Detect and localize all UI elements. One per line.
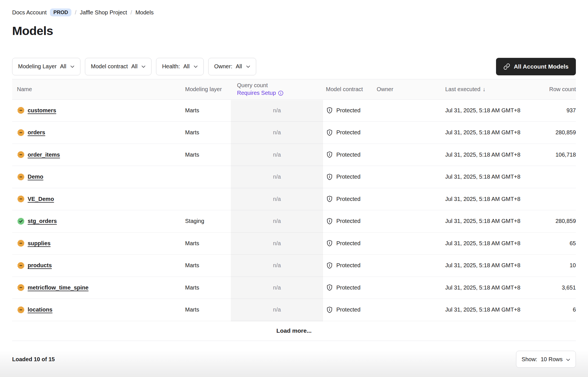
chain-link-icon bbox=[503, 63, 510, 70]
name-cell: orders bbox=[12, 129, 185, 137]
requires-setup-label: Requires Setup bbox=[237, 89, 276, 97]
model-name-link[interactable]: locations bbox=[28, 306, 52, 313]
breadcrumb: Docs Account PROD / Jaffle Shop Project … bbox=[12, 0, 576, 16]
model-name-link[interactable]: supplies bbox=[28, 240, 51, 247]
last-executed-cell: Jul 31, 2025, 5:18 AM GMT+8 bbox=[445, 262, 521, 269]
all-account-models-button[interactable]: All Account Models bbox=[496, 58, 576, 75]
filter-bar: Modeling Layer All Model contract All He… bbox=[12, 58, 256, 75]
table-row: metricflow_time_spine Marts n/a Protecte… bbox=[12, 277, 576, 299]
name-cell: products bbox=[12, 262, 185, 269]
shield-icon bbox=[326, 195, 333, 203]
header-row-count: Row count bbox=[521, 86, 576, 93]
modeling-layer-cell: Staging bbox=[185, 218, 231, 224]
query-count-cell: n/a bbox=[231, 107, 323, 114]
shield-icon bbox=[326, 262, 333, 269]
table-row: Demo n/a Protected Jul 31, 2025, 5:18 AM… bbox=[12, 166, 576, 188]
name-cell: stg_orders bbox=[12, 217, 185, 225]
model-name-link[interactable]: Demo bbox=[28, 174, 43, 180]
health-warning-icon bbox=[17, 284, 25, 291]
health-warning-icon bbox=[17, 195, 25, 203]
model-contract-label: Protected bbox=[336, 107, 361, 114]
row-count-cell: 6 bbox=[521, 306, 576, 313]
name-cell: order_items bbox=[12, 151, 185, 159]
table-row: products Marts n/a Protected Jul 31, 202… bbox=[12, 255, 576, 277]
models-table: Name Modeling layer Query count Requires… bbox=[12, 79, 576, 341]
model-contract-label: Protected bbox=[336, 284, 361, 291]
header-last-executed[interactable]: Last executed↓ bbox=[445, 86, 521, 93]
chevron-down-icon bbox=[246, 65, 250, 68]
query-count-cell: n/a bbox=[231, 306, 323, 313]
header-model-contract: Model contract bbox=[323, 86, 377, 93]
last-executed-cell: Jul 31, 2025, 5:18 AM GMT+8 bbox=[445, 196, 521, 202]
load-more-button[interactable]: Load more... bbox=[12, 321, 576, 341]
last-executed-cell: Jul 31, 2025, 5:18 AM GMT+8 bbox=[445, 306, 521, 313]
model-name-link[interactable]: customers bbox=[28, 107, 56, 114]
page-size-value: 10 Rows bbox=[541, 356, 563, 363]
model-health-icon bbox=[17, 106, 25, 114]
model-health-icon bbox=[17, 129, 25, 137]
header-modeling-layer: Modeling layer bbox=[185, 86, 231, 93]
modeling-layer-cell: Marts bbox=[185, 240, 231, 247]
breadcrumb-current: Models bbox=[135, 9, 153, 16]
page-size-label: Show: bbox=[522, 356, 537, 363]
filter-modeling-layer[interactable]: Modeling Layer All bbox=[12, 58, 80, 75]
model-name-link[interactable]: products bbox=[28, 262, 52, 269]
model-health-icon bbox=[17, 217, 25, 225]
header-query-count: Query count Requires Setup bbox=[231, 82, 323, 97]
model-contract-cell: Protected bbox=[323, 218, 377, 225]
chevron-down-icon bbox=[566, 356, 570, 363]
breadcrumb-separator: / bbox=[75, 9, 76, 16]
page-size-select[interactable]: Show: 10 Rows bbox=[516, 351, 576, 368]
model-name-link[interactable]: VE_Demo bbox=[28, 196, 54, 202]
loaded-status: Loaded 10 of 15 bbox=[12, 356, 55, 363]
model-contract-label: Protected bbox=[336, 218, 361, 224]
breadcrumb-account[interactable]: Docs Account bbox=[12, 9, 47, 16]
model-contract-label: Protected bbox=[336, 240, 361, 247]
query-count-cell: n/a bbox=[231, 174, 323, 180]
filter-label: Owner: bbox=[214, 63, 232, 70]
model-health-icon bbox=[17, 151, 25, 159]
header-last-executed-label: Last executed bbox=[445, 86, 481, 92]
model-contract-label: Protected bbox=[336, 262, 361, 269]
last-executed-cell: Jul 31, 2025, 5:18 AM GMT+8 bbox=[445, 152, 521, 158]
query-count-cell: n/a bbox=[231, 196, 323, 202]
footer: Loaded 10 of 15 Show: 10 Rows bbox=[12, 341, 576, 377]
last-executed-cell: Jul 31, 2025, 5:18 AM GMT+8 bbox=[445, 174, 521, 180]
table-row: supplies Marts n/a Protected Jul 31, 202… bbox=[12, 233, 576, 255]
health-warning-icon bbox=[17, 262, 25, 269]
header-owner: Owner bbox=[377, 86, 445, 93]
all-account-models-label: All Account Models bbox=[514, 63, 569, 70]
modeling-layer-cell: Marts bbox=[185, 284, 231, 291]
model-contract-cell: Protected bbox=[323, 284, 377, 291]
models-page: Docs Account PROD / Jaffle Shop Project … bbox=[0, 0, 588, 377]
filter-value: All bbox=[60, 63, 66, 70]
model-name-link[interactable]: orders bbox=[28, 129, 45, 136]
breadcrumb-project[interactable]: Jaffle Shop Project bbox=[80, 9, 127, 16]
filter-health[interactable]: Health: All bbox=[156, 58, 204, 75]
model-contract-label: Protected bbox=[336, 152, 361, 158]
last-executed-cell: Jul 31, 2025, 5:18 AM GMT+8 bbox=[445, 107, 521, 114]
shield-icon bbox=[326, 129, 333, 136]
table-row: VE_Demo n/a Protected Jul 31, 2025, 5:18… bbox=[12, 188, 576, 211]
header-query-count-label: Query count bbox=[237, 82, 323, 89]
health-warning-icon bbox=[17, 306, 25, 314]
sort-descending-icon: ↓ bbox=[483, 86, 486, 92]
query-count-cell: n/a bbox=[231, 218, 323, 224]
filter-owner[interactable]: Owner: All bbox=[208, 58, 256, 75]
model-name-link[interactable]: order_items bbox=[28, 152, 60, 158]
name-cell: VE_Demo bbox=[12, 195, 185, 203]
row-count-cell: 937 bbox=[521, 107, 576, 114]
table-row: locations Marts n/a Protected Jul 31, 20… bbox=[12, 299, 576, 321]
modeling-layer-cell: Marts bbox=[185, 152, 231, 158]
model-name-link[interactable]: metricflow_time_spine bbox=[28, 284, 89, 291]
breadcrumb-separator: / bbox=[130, 9, 132, 16]
shield-icon bbox=[326, 151, 333, 158]
model-contract-cell: Protected bbox=[323, 240, 377, 247]
filter-model-contract[interactable]: Model contract All bbox=[85, 58, 152, 75]
requires-setup-link[interactable]: Requires Setup bbox=[237, 89, 284, 97]
model-contract-label: Protected bbox=[336, 174, 361, 180]
health-success-icon bbox=[17, 217, 25, 225]
name-cell: locations bbox=[12, 306, 185, 314]
health-warning-icon bbox=[17, 239, 25, 247]
model-name-link[interactable]: stg_orders bbox=[28, 218, 57, 224]
